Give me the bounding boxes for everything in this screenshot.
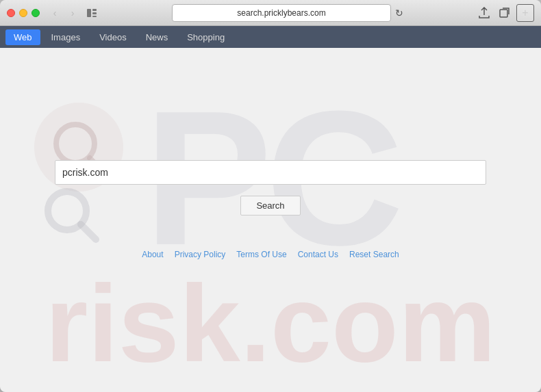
search-input-wrapper (55, 160, 486, 185)
svg-point-5 (56, 125, 95, 163)
url-bar-container: search.pricklybears.com ↻ (107, 4, 468, 22)
new-tab-button[interactable]: + (516, 4, 534, 22)
tab-videos[interactable]: Videos (91, 29, 135, 45)
svg-rect-1 (92, 9, 97, 11)
new-window-button[interactable] (496, 4, 514, 22)
reader-view-button[interactable] (84, 5, 100, 21)
close-button[interactable] (7, 9, 15, 17)
footer-link-terms[interactable]: Terms Of Use (236, 250, 286, 259)
tab-web[interactable]: Web (5, 29, 40, 45)
url-text: search.pricklybears.com (237, 8, 325, 18)
titlebar-actions: + (475, 4, 534, 22)
search-input[interactable] (55, 160, 486, 185)
svg-rect-3 (92, 16, 97, 17)
tab-news[interactable]: News (138, 29, 177, 45)
traffic-lights (7, 9, 40, 17)
nav-buttons: ‹ › (47, 5, 81, 21)
svg-rect-2 (92, 12, 97, 14)
footer-links: About Privacy Policy Terms Of Use Contac… (142, 250, 399, 259)
titlebar: ‹ › search.pricklybears.com ↻ (0, 0, 541, 26)
browser-content: PC risk.com Search (0, 48, 541, 392)
footer-link-reset[interactable]: Reset Search (349, 250, 399, 259)
tab-images[interactable]: Images (43, 29, 89, 45)
reload-button[interactable]: ↻ (395, 8, 403, 18)
minimize-button[interactable] (19, 9, 27, 17)
tab-shopping[interactable]: Shopping (179, 29, 233, 45)
back-button[interactable]: ‹ (47, 5, 63, 21)
browser-window: ‹ › search.pricklybears.com ↻ (0, 0, 541, 392)
watermark-risk-text: risk.com (45, 269, 496, 378)
svg-rect-0 (87, 9, 91, 17)
footer-link-contact[interactable]: Contact Us (298, 250, 338, 259)
svg-rect-4 (500, 10, 507, 17)
footer-link-about[interactable]: About (142, 250, 163, 259)
watermark: PC risk.com (0, 48, 541, 392)
svg-line-8 (81, 224, 96, 239)
url-bar[interactable]: search.pricklybears.com (172, 4, 391, 22)
nav-tabs: Web Images Videos News Shopping (0, 26, 541, 48)
footer-link-privacy[interactable]: Privacy Policy (175, 250, 226, 259)
maximize-button[interactable] (32, 9, 40, 17)
forward-button[interactable]: › (64, 5, 81, 21)
share-button[interactable] (475, 4, 493, 22)
search-button[interactable]: Search (240, 196, 300, 215)
search-form: Search (55, 160, 486, 215)
